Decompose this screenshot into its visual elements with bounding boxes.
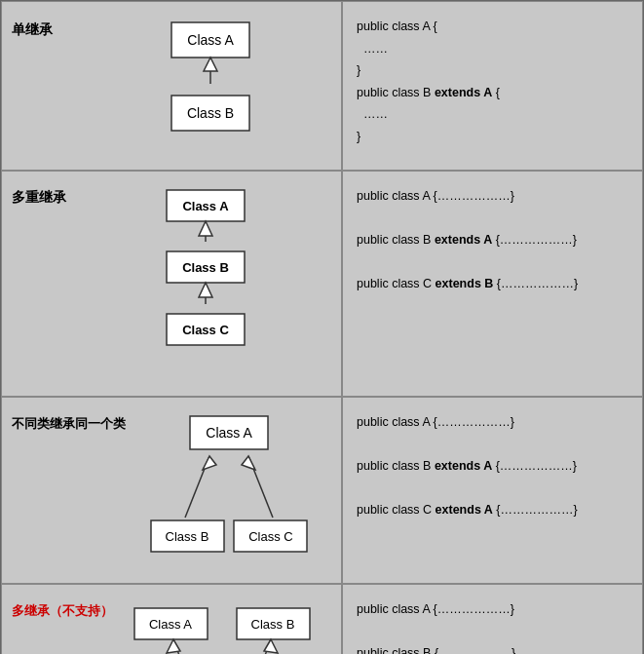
row1-code3: } [357, 59, 628, 82]
row1-code-cell: public class A { …… } public class B ext… [342, 1, 643, 171]
svg-text:Class A: Class A [149, 617, 192, 632]
row1-svg: Class A Class B [152, 18, 269, 154]
row3-svg: Class A Class B Class C [146, 411, 312, 567]
row1-classB-label: Class B [187, 105, 234, 121]
row1-code2: …… [357, 38, 628, 60]
row2-code-blank2 [357, 251, 628, 274]
row1-diagram: Class A Class B [90, 18, 331, 154]
svg-text:Class C: Class C [248, 529, 293, 544]
svg-text:Class B: Class B [251, 617, 295, 632]
row2-svg: Class A Class B Class C [147, 185, 264, 380]
row2-diagram-cell: 多重继承 Class A Class B Class C [1, 171, 342, 397]
svg-marker-7 [199, 221, 212, 236]
svg-marker-31 [167, 639, 180, 653]
row3-code1: public class A {………………} [357, 411, 628, 434]
svg-marker-2 [204, 58, 217, 71]
row2-label: 多重继承 [12, 185, 80, 207]
row2-code1: public class A {………………} [357, 185, 628, 208]
row2-code-blank1 [357, 208, 628, 230]
row4-svg: Class A Class B Class C [130, 598, 315, 654]
svg-marker-11 [199, 283, 212, 297]
svg-text:Class A: Class A [182, 199, 229, 213]
row3-code-blank1 [357, 434, 628, 456]
row1-diagram-cell: 单继承 Class A Class B [1, 1, 342, 171]
svg-text:Class A: Class A [206, 425, 252, 441]
row1-code1: public class A { [357, 16, 628, 38]
row4-code2: public class B {………………} [357, 642, 628, 654]
row3-diagram: Class A Class B Class C [126, 411, 331, 567]
svg-marker-33 [264, 639, 278, 653]
row2-code-cell: public class A {………………} public class B e… [342, 171, 643, 397]
row1-code5: …… [357, 103, 628, 126]
row4-label: 多继承（不支持） [12, 598, 113, 620]
svg-text:Class B: Class B [165, 529, 208, 544]
svg-marker-17 [203, 456, 216, 470]
row1-classA-label: Class A [187, 32, 234, 48]
row2-diagram: Class A Class B Class C [80, 185, 331, 380]
row2-code3: public class C extends B {………………} [357, 273, 628, 295]
row1-code4: public class B extends A { [357, 82, 628, 104]
row1-label: 单继承 [12, 18, 90, 39]
svg-marker-19 [242, 456, 255, 470]
row4-diagram-cell: 多继承（不支持） Class A Class B Class C [1, 584, 342, 654]
svg-text:Class C: Class C [182, 323, 229, 337]
row3-code-cell: public class A {………………} public class B e… [342, 397, 643, 584]
row4-diagram: Class A Class B Class C [113, 598, 331, 654]
row3-code2: public class B extends A {………………} [357, 455, 628, 478]
row3-code-blank2 [357, 478, 628, 500]
row3-diagram-cell: 不同类继承同一个类 Class A Class B Class C [1, 397, 342, 584]
main-grid: 单继承 Class A Class B public class A { …… … [0, 0, 644, 654]
row4-code-blank1 [357, 621, 628, 643]
row4-code1: public class A {………………} [357, 598, 628, 621]
row4-code-cell: public class A {………………} public class B {… [342, 584, 643, 654]
row2-code2: public class B extends A {………………} [357, 229, 628, 251]
row3-label: 不同类继承同一个类 [12, 411, 126, 433]
row3-code3: public class C extends A {………………} [357, 499, 628, 521]
svg-text:Class B: Class B [182, 260, 229, 275]
row1-code6: } [357, 126, 628, 148]
